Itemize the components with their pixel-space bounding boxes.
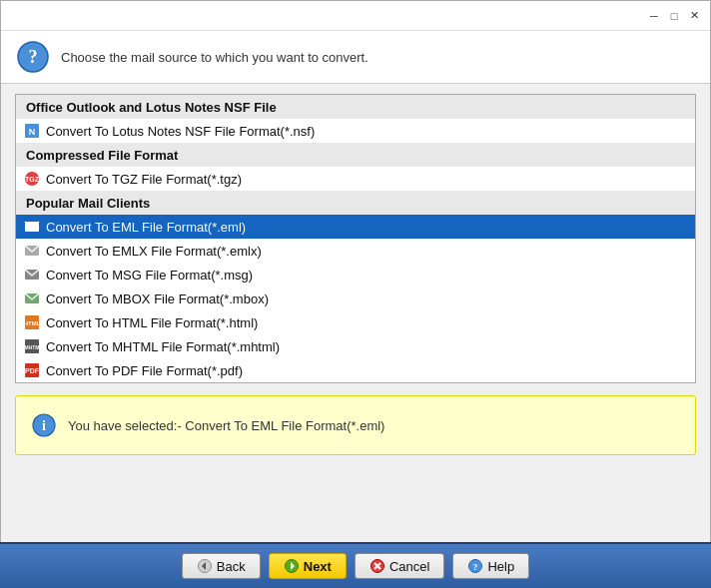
eml-icon bbox=[24, 219, 40, 235]
list-item-label: Convert To MSG File Format(*.msg) bbox=[46, 268, 253, 283]
mhtml-icon: MHTM bbox=[24, 338, 40, 354]
svg-text:i: i bbox=[42, 418, 46, 433]
cancel-label: Cancel bbox=[389, 559, 429, 574]
list-item-label: Convert To PDF File Format(*.pdf) bbox=[46, 363, 243, 378]
back-icon bbox=[197, 558, 213, 574]
html-icon: HTML bbox=[24, 314, 40, 330]
svg-text:TGZ: TGZ bbox=[25, 176, 40, 183]
main-content: Office Outlook and Lotus Notes NSF FileN… bbox=[1, 84, 710, 465]
list-item-label: Compressed File Format bbox=[26, 148, 178, 163]
titlebar: ─ □ ✕ bbox=[1, 1, 710, 31]
close-button[interactable]: ✕ bbox=[686, 8, 702, 24]
back-button[interactable]: Back bbox=[182, 553, 261, 579]
info-icon: i bbox=[32, 413, 56, 437]
header: ? Choose the mail source to which you wa… bbox=[1, 31, 710, 84]
header-text: Choose the mail source to which you want… bbox=[61, 50, 368, 65]
back-label: Back bbox=[217, 559, 246, 574]
tgz-icon: TGZ bbox=[24, 171, 40, 187]
svg-text:MHTM: MHTM bbox=[25, 344, 40, 350]
pdf-icon: PDF bbox=[24, 362, 40, 378]
info-box: i You have selected:- Convert To EML Fil… bbox=[15, 395, 696, 455]
svg-text:PDF: PDF bbox=[25, 367, 40, 374]
format-list[interactable]: Office Outlook and Lotus Notes NSF FileN… bbox=[15, 94, 696, 383]
notes-icon: N bbox=[24, 123, 40, 139]
next-icon bbox=[284, 558, 300, 574]
help-icon: ? bbox=[17, 41, 49, 73]
help-button[interactable]: ? Help bbox=[452, 553, 529, 579]
list-item[interactable]: MHTMConvert To MHTML File Format(*.mhtml… bbox=[16, 334, 695, 358]
list-item[interactable]: PDFConvert To PDF File Format(*.pdf) bbox=[16, 358, 695, 382]
svg-text:N: N bbox=[29, 127, 36, 137]
emlx-icon bbox=[24, 243, 40, 259]
svg-text:?: ? bbox=[29, 47, 38, 67]
list-item-label: Convert To MHTML File Format(*.mhtml) bbox=[46, 339, 280, 354]
list-item-label: Convert To Lotus Notes NSF File Format(*… bbox=[46, 124, 315, 139]
help-btn-icon: ? bbox=[467, 558, 483, 574]
svg-text:HTML: HTML bbox=[24, 320, 40, 326]
list-item-label: Convert To EML File Format(*.eml) bbox=[46, 220, 246, 235]
list-item[interactable]: Compressed File Format bbox=[16, 143, 695, 167]
minimize-button[interactable]: ─ bbox=[646, 8, 662, 24]
info-text: You have selected:- Convert To EML File … bbox=[68, 418, 384, 433]
next-label: Next bbox=[304, 559, 332, 574]
list-item[interactable]: Upload To Remote Servers bbox=[16, 382, 695, 383]
list-item[interactable]: TGZConvert To TGZ File Format(*.tgz) bbox=[16, 167, 695, 191]
list-item[interactable]: HTMLConvert To HTML File Format(*.html) bbox=[16, 310, 695, 334]
cancel-button[interactable]: Cancel bbox=[355, 553, 444, 579]
maximize-button[interactable]: □ bbox=[666, 8, 682, 24]
list-item-label: Convert To MBOX File Format(*.mbox) bbox=[46, 292, 269, 306]
svg-text:?: ? bbox=[473, 562, 478, 572]
cancel-icon bbox=[369, 558, 385, 574]
list-item[interactable]: Convert To EMLX File Format(*.emlx) bbox=[16, 239, 695, 263]
list-item-label: Popular Mail Clients bbox=[26, 196, 150, 211]
list-item-label: Convert To TGZ File Format(*.tgz) bbox=[46, 172, 242, 187]
list-item-label: Office Outlook and Lotus Notes NSF File bbox=[26, 100, 277, 115]
bottom-bar: Back Next Cancel ? Help bbox=[0, 542, 711, 588]
list-item[interactable]: Convert To EML File Format(*.eml) bbox=[16, 215, 695, 239]
list-item[interactable]: Convert To MBOX File Format(*.mbox) bbox=[16, 287, 695, 310]
help-label: Help bbox=[487, 559, 514, 574]
list-item-label: Convert To HTML File Format(*.html) bbox=[46, 315, 258, 330]
list-item-label: Convert To EMLX File Format(*.emlx) bbox=[46, 244, 262, 259]
list-item[interactable]: NConvert To Lotus Notes NSF File Format(… bbox=[16, 119, 695, 143]
list-item[interactable]: Popular Mail Clients bbox=[16, 191, 695, 215]
list-item[interactable]: Convert To MSG File Format(*.msg) bbox=[16, 263, 695, 287]
mbox-icon bbox=[24, 291, 40, 306]
list-item[interactable]: Office Outlook and Lotus Notes NSF File bbox=[16, 95, 695, 119]
next-button[interactable]: Next bbox=[269, 553, 347, 579]
msg-icon bbox=[24, 267, 40, 283]
